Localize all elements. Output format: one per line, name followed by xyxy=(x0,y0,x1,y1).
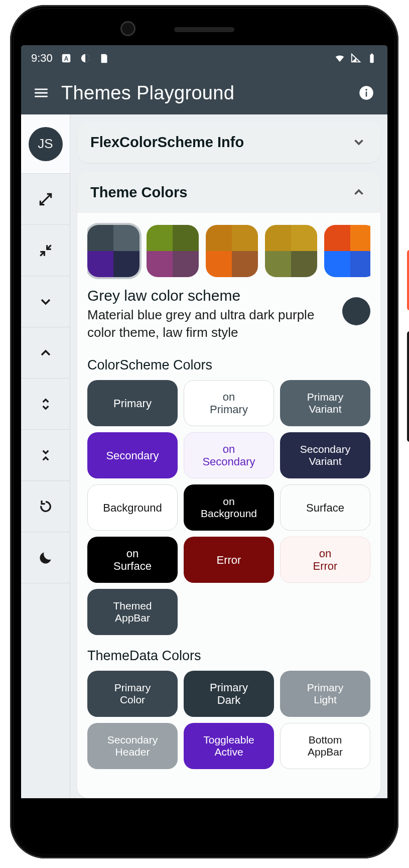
card-title-info: FlexColorScheme Info xyxy=(90,134,244,151)
scheme-color-indicator[interactable] xyxy=(342,297,370,325)
swatch-quadrant xyxy=(173,225,199,251)
colorscheme-chip-on-surface[interactable]: onSurface xyxy=(87,537,178,583)
sidebar-item-collapse[interactable] xyxy=(21,225,70,276)
chevron-up-icon xyxy=(351,185,366,200)
chevron-down-icon xyxy=(38,294,54,310)
device-chin xyxy=(21,798,387,833)
colorscheme-chip-secondary[interactable]: Secondary xyxy=(87,432,178,478)
section-title-themedata: ThemeData Colors xyxy=(87,648,370,664)
swatch-quadrant xyxy=(147,251,173,277)
themedata-chip-primary-light[interactable]: PrimaryLight xyxy=(280,671,370,717)
scheme-title: Grey law color scheme xyxy=(87,287,334,304)
swatch-quadrant xyxy=(291,251,317,277)
scheme-description: Material blue grey and ultra dark purple… xyxy=(87,306,334,341)
colorscheme-chip-background[interactable]: Background xyxy=(87,484,178,531)
menu-button[interactable] xyxy=(26,78,56,108)
swatch-quadrant xyxy=(87,251,113,277)
card-header-theme[interactable]: Theme Colors xyxy=(77,172,380,213)
themedata-chip-primary-dark[interactable]: PrimaryDark xyxy=(184,671,274,717)
wifi-icon xyxy=(334,53,345,64)
colorscheme-chip-primary[interactable]: Primary xyxy=(87,380,178,426)
colorscheme-chip-surface[interactable]: Surface xyxy=(280,484,370,531)
swatch-quadrant xyxy=(87,225,113,251)
device-frame: 9:30 A xyxy=(10,5,398,858)
swatch-strip[interactable] xyxy=(87,222,370,287)
arrow-expand-icon xyxy=(38,191,54,207)
sidebar-item-avatar[interactable]: JS xyxy=(21,114,70,174)
swatch-quadrant xyxy=(147,225,173,251)
swatch-quadrant xyxy=(265,225,291,251)
expand-info-button[interactable] xyxy=(350,134,367,151)
main-content[interactable]: FlexColorScheme Info Theme Colors xyxy=(70,114,387,798)
card-header-info[interactable]: FlexColorScheme Info xyxy=(77,121,380,163)
device-speaker xyxy=(174,27,234,32)
cellular-icon xyxy=(350,53,361,64)
info-button[interactable] xyxy=(355,82,377,104)
svg-rect-3 xyxy=(370,55,373,63)
colorscheme-chip-primary-variant[interactable]: PrimaryVariant xyxy=(280,380,370,426)
swatch-option-4[interactable] xyxy=(324,225,370,277)
hamburger-icon xyxy=(33,84,50,101)
card-flexcolorscheme-info: FlexColorScheme Info xyxy=(77,121,380,163)
colorscheme-chip-themed-appbar[interactable]: ThemedAppBar xyxy=(87,589,178,635)
swatch-quadrant xyxy=(232,225,258,251)
card-body-theme: Grey law color scheme Material blue grey… xyxy=(77,213,380,798)
colorscheme-chip-secondary-variant[interactable]: SecondaryVariant xyxy=(280,432,370,478)
screen: 9:30 A xyxy=(21,45,387,798)
device-front-camera xyxy=(120,21,135,36)
status-sd-icon xyxy=(99,53,110,64)
sidebar-item-dark-mode[interactable] xyxy=(21,532,70,583)
colorscheme-chip-on-primary[interactable]: onPrimary xyxy=(184,380,274,426)
status-badge-icon: A xyxy=(61,53,72,64)
sidebar-item-chevron-up[interactable] xyxy=(21,327,70,379)
svg-rect-4 xyxy=(371,54,373,55)
avatar: JS xyxy=(29,127,63,161)
themedata-chip-secondary-header[interactable]: SecondaryHeader xyxy=(87,723,178,769)
swatch-quadrant xyxy=(324,225,350,251)
swatch-option-0[interactable] xyxy=(87,225,140,277)
swatch-quadrant xyxy=(113,225,140,251)
section-title-colorscheme: ColorScheme Colors xyxy=(87,357,370,373)
themedata-chip-primary-color[interactable]: PrimaryColor xyxy=(87,671,178,717)
themedata-grid: PrimaryColorPrimaryDarkPrimaryLightSecon… xyxy=(87,671,370,769)
card-title-theme: Theme Colors xyxy=(90,184,187,201)
card-theme-colors: Theme Colors Grey law color scheme Mater… xyxy=(77,172,380,798)
unfold-less-icon xyxy=(38,447,54,463)
swatch-quadrant xyxy=(350,225,370,251)
restore-icon xyxy=(38,499,54,515)
colorscheme-chip-on-secondary[interactable]: onSecondary xyxy=(184,432,274,478)
swatch-quadrant xyxy=(206,251,232,277)
info-icon xyxy=(359,85,374,100)
sidebar-item-expand[interactable] xyxy=(21,174,70,225)
colorscheme-chip-on-background[interactable]: onBackground xyxy=(184,484,274,531)
device-power-button xyxy=(407,250,409,310)
unfold-more-icon xyxy=(38,396,54,412)
swatch-option-3[interactable] xyxy=(265,225,317,277)
chevron-down-icon xyxy=(351,135,366,150)
swatch-quadrant xyxy=(350,251,370,277)
swatch-quadrant xyxy=(173,251,199,277)
sidebar-item-reset[interactable] xyxy=(21,481,70,532)
device-volume-button xyxy=(407,331,409,442)
sidebar: JS xyxy=(21,114,70,798)
swatch-quadrant xyxy=(232,251,258,277)
colorscheme-grid: PrimaryonPrimaryPrimaryVariantSecondaryo… xyxy=(87,380,370,645)
swatch-quadrant xyxy=(113,251,140,277)
swatch-option-1[interactable] xyxy=(147,225,199,277)
app-bar: Themes Playground xyxy=(21,71,387,114)
status-bar: 9:30 A xyxy=(21,45,387,71)
swatch-quadrant xyxy=(324,251,350,277)
swatch-option-2[interactable] xyxy=(206,225,258,277)
sidebar-item-unfold[interactable] xyxy=(21,379,70,430)
app-title: Themes Playground xyxy=(61,82,234,104)
collapse-theme-button[interactable] xyxy=(350,184,367,201)
themedata-chip-bottom-appbar[interactable]: BottomAppBar xyxy=(280,723,370,769)
themedata-chip-toggleable-active[interactable]: ToggleableActive xyxy=(184,723,274,769)
colorscheme-chip-error[interactable]: Error xyxy=(184,537,274,583)
sidebar-item-chevron-down[interactable] xyxy=(21,276,70,327)
colorscheme-chip-on-error[interactable]: onError xyxy=(280,537,370,583)
svg-rect-6 xyxy=(366,92,367,97)
chevron-up-icon xyxy=(38,345,54,361)
svg-point-7 xyxy=(365,89,367,91)
sidebar-item-fold[interactable] xyxy=(21,430,70,481)
